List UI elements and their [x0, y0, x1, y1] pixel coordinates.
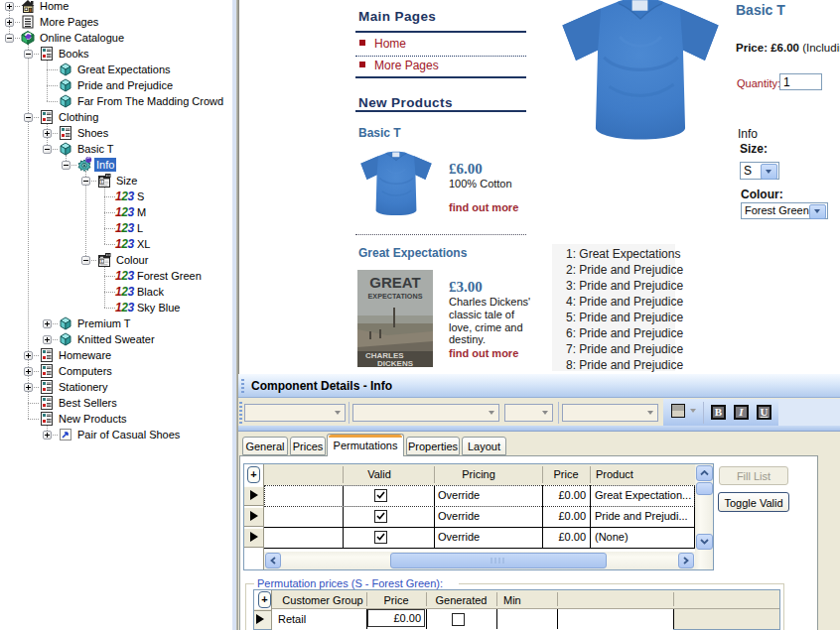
svg-text:EXPECTATIONS: EXPECTATIONS: [368, 292, 423, 301]
svg-text:1-: 1-: [100, 259, 104, 264]
svg-text:DICKENS: DICKENS: [377, 359, 414, 367]
svg-text:1-: 1-: [100, 180, 104, 185]
svg-text:GREAT: GREAT: [369, 274, 420, 291]
